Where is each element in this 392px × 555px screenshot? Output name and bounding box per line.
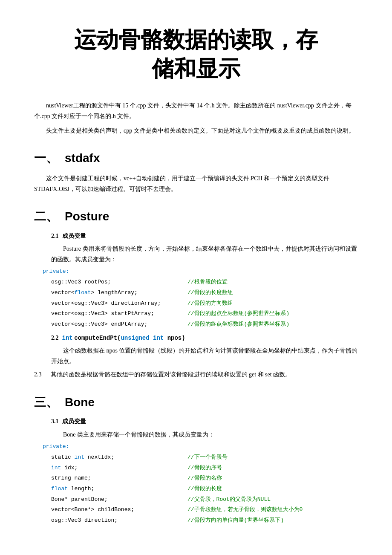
subsection-2-3-num: 2.3 [34, 371, 42, 378]
section-3-heading: 三、 Bone [34, 393, 358, 412]
code-line-2-code: vector<float> lengthArray; [51, 288, 187, 298]
code-line-2-comment: //骨段的长度数组 [187, 288, 233, 298]
bone-code-line-3: string name; [51, 473, 187, 484]
code-line-4-code: vector<osg::Vec3> startPtArray; [51, 309, 187, 319]
bone-comment-3: //骨段的名称 [187, 473, 222, 484]
section-2-title: Posture [65, 207, 109, 226]
code-line-3-comment: //骨段的方向数组 [187, 298, 233, 309]
bone-code-line-5: Bone* parentBone; [51, 494, 187, 505]
code-line-4-comment: //骨段的起点坐标数组(参照世界坐标系) [187, 309, 289, 319]
intro-para-1: nustViewer工程的源文件中有 15 个.cpp 文件，头文件中有 14 … [34, 100, 358, 121]
subsection-2-2-num: 2.2 [51, 333, 59, 343]
subsection-2-2-heading: 2.2 int computeEndPt(unsigned int npos) [51, 333, 358, 343]
subsection-2-1-body: Posture 类用来将骨骼段的长度，方向，开始坐标，结束坐标各保存在一个数组中… [51, 243, 358, 265]
section-3-title: Bone [65, 393, 95, 412]
bone-code-line-7: osg::Vec3 direction; [51, 515, 187, 526]
subsection-2-2-funcname: computeEndPt( [74, 335, 121, 341]
section-3-num: 三、 [34, 393, 58, 412]
subsection-2-1-heading: 2.1 成员变量 [51, 231, 358, 241]
subsection-2-2-type: int [62, 335, 73, 341]
subsection-3-1-num: 3.1 [51, 417, 59, 426]
bone-comment-4: //骨段的长度 [187, 484, 222, 494]
section-2-num: 二、 [34, 207, 58, 226]
subsection-2-3: 2.3 其他的函数是根据骨骼在数组中的存储位置对该骨骼段进行的读取和设置的 ge… [34, 369, 358, 380]
bone-code-line-2: int idx; [51, 463, 187, 474]
section-1-body: 这个文件是创建工程的时候，vc++自动创建的，用于建立一个预编译的头文件.PCH… [34, 173, 358, 194]
intro-para-2: 头文件主要是相关类的声明，cpp 文件是类中相关函数的定义。下面是对这几个文件的… [34, 125, 358, 136]
bone-comment-5: //父骨段，Root的父骨段为NULL [187, 494, 271, 505]
bone-code-line-1: static int nextIdx; [51, 452, 187, 463]
subsection-3-1-title: 成员变量 [62, 417, 86, 426]
page-title: 运动骨骼数据的读取，存 储和显示 [34, 26, 358, 83]
subsection-2-1-num: 2.1 [51, 231, 59, 241]
section-1-num: 一、 [34, 149, 58, 168]
code-line-3-code: vector<osg::Vec3> directionArray; [51, 298, 187, 309]
section-2-heading: 二、 Posture [34, 207, 358, 226]
subsection-3-1-body: Bone 类主要用来存储一个骨骼段的数据，其成员变量为： [51, 429, 358, 440]
code-line-5-code: vector<osg::Vec3> endPtArray; [51, 319, 187, 330]
bone-comment-7: //骨段方向的单位向量(世界坐标系下) [187, 515, 284, 526]
bone-code-line-4: float length; [51, 484, 187, 494]
subsection-2-3-body: 其他的函数是根据骨骼在数组中的存储位置对该骨骼段进行的读取和设置的 get 和 … [51, 371, 291, 378]
section-1-heading: 一、 stdafx [34, 149, 358, 168]
private-label-1: private: [43, 267, 358, 276]
bone-comment-1: //下一个骨段号 [187, 452, 228, 463]
subsection-2-2-param-type: unsigned int [121, 335, 164, 341]
private-label-2: private: [43, 442, 358, 451]
section-1-title: stdafx [65, 149, 100, 168]
subsection-2-1-title: 成员变量 [62, 231, 86, 241]
subsection-2-2-title: int computeEndPt(unsigned int npos) [62, 333, 185, 343]
code-line-1-comment: //根骨段的位置 [187, 277, 228, 288]
bone-comment-6: //子骨段数组，若无子骨段，则该数组大小为0 [187, 505, 303, 515]
bone-code-line-6: vector<Bone*> childBones; [51, 505, 187, 515]
subsection-3-1-heading: 3.1 成员变量 [51, 417, 358, 426]
subsection-2-2-param: npos) [164, 335, 185, 341]
code-block-2-1: osg::Vec3 rootPos; //根骨段的位置 vector<float… [34, 277, 358, 330]
code-line-5-comment: //骨段的终点坐标数组(参照世界坐标系) [187, 319, 289, 330]
code-line-1-code: osg::Vec3 rootPos; [51, 277, 187, 288]
subsection-2-2-body: 这个函数根据在 npos 位置的骨骼段（线段）的开始点和方向计算该骨骼段在全局坐… [51, 345, 358, 367]
code-block-3-1: static int nextIdx; //下一个骨段号 int idx; //… [34, 452, 358, 526]
bone-comment-2: //骨段的序号 [187, 463, 222, 474]
